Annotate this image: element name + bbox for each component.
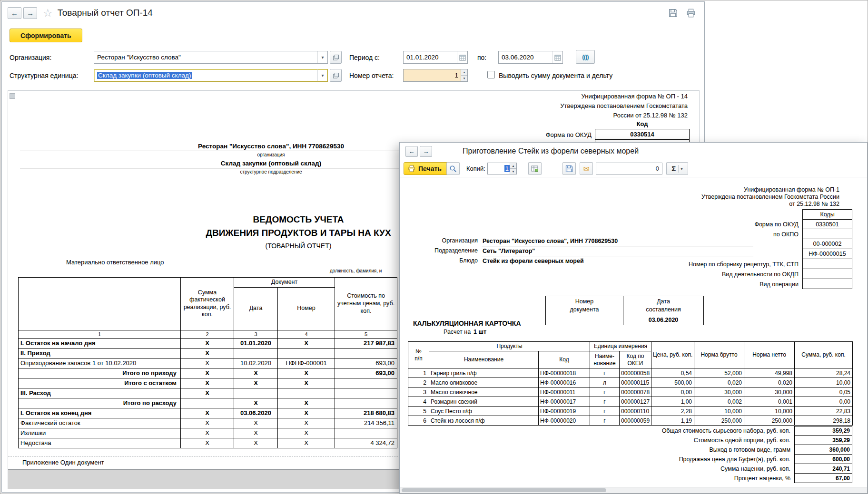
product-code: НФ-00000020: [539, 416, 590, 426]
row-date: 03.06.2020: [234, 408, 278, 418]
product-okei: 000000058: [620, 368, 651, 378]
product-name: Стейк из лосося п/ф: [429, 416, 539, 426]
row-docnumber: [278, 348, 335, 358]
name-column-header: Наименование: [429, 351, 539, 368]
product-unit: г: [590, 387, 620, 397]
spin-up-icon[interactable]: ▲: [461, 69, 467, 76]
calc-table[interactable]: № п/п Продукты Единица измерения Цена, р…: [408, 341, 853, 426]
dish-value: Стейк из форели северных морей: [482, 256, 753, 266]
op14-table-row[interactable]: Оприходование запасов 1 от 10.02.2020 X …: [19, 358, 397, 368]
report-number-field[interactable]: 1 ▲ ▼: [403, 69, 468, 82]
op14-table-row[interactable]: Излишки X X X: [19, 428, 397, 438]
copies-field[interactable]: 1 ▲ ▼: [487, 163, 517, 174]
row-label: Излишки: [19, 428, 181, 438]
product-row[interactable]: 2 Масло оливковое НФ-00000016 л 00000011…: [408, 378, 853, 387]
print-button[interactable]: Печать: [404, 162, 448, 175]
spin-down-icon[interactable]: ▼: [461, 76, 467, 81]
product-name: Розмарин свежий: [429, 397, 539, 407]
product-row[interactable]: 3 Масло сливочное НФ-00000011 г 00000007…: [408, 387, 853, 397]
back-arrow-icon: ←: [409, 148, 415, 155]
product-net: 0,020: [744, 378, 795, 387]
op14-table-row[interactable]: Недостача X X X 4 324,72: [19, 438, 397, 448]
op14-table-row[interactable]: III. Расход X: [19, 388, 397, 398]
product-sum: 0,05: [795, 387, 853, 397]
horizontal-scrollbar[interactable]: [400, 487, 867, 493]
sum-button[interactable]: Σ ▾: [666, 162, 688, 175]
document-band-header: Документ: [234, 278, 335, 288]
save-button[interactable]: [669, 9, 678, 18]
email-button[interactable]: ✉: [580, 162, 593, 175]
row-docnumber: НФНФ-000001: [278, 358, 335, 368]
row-date: X: [234, 378, 278, 388]
calendar-icon[interactable]: [457, 51, 467, 63]
preview-button[interactable]: [446, 162, 460, 175]
op14-table-row[interactable]: Итого по расходу X X: [19, 398, 397, 408]
total-value: 67,00: [794, 474, 852, 483]
save-button[interactable]: [562, 162, 576, 175]
op14-table-row[interactable]: II. Приход X: [19, 348, 397, 358]
op14-table-row[interactable]: Фактический остаток X X X 214 356,11: [19, 418, 397, 428]
product-row[interactable]: 5 Соус Песто п/ф НФ-00000019 г 000000110…: [408, 407, 853, 416]
report-window-titlebar[interactable]: ← → ☆ Товарный отчет ОП-14: [2, 2, 704, 24]
spin-up-icon[interactable]: ▲: [510, 163, 516, 169]
product-row[interactable]: 6 Стейк из лосося п/ф НФ-00000020 г 0000…: [408, 416, 853, 426]
row-docnumber: X: [278, 368, 335, 378]
period-to-label: по:: [477, 54, 486, 61]
row-sum: X: [181, 438, 234, 448]
op14-table-row[interactable]: Итого по приходу X X X 693,00: [19, 368, 397, 378]
spin-down-icon[interactable]: ▼: [510, 169, 516, 174]
grid-settings-button[interactable]: [528, 162, 542, 175]
forward-button[interactable]: →: [420, 146, 432, 157]
chevron-down-icon[interactable]: ▾: [317, 51, 327, 63]
print-button[interactable]: [686, 9, 696, 18]
sigma-icon: Σ: [671, 165, 676, 173]
period-picker-icon: (()): [582, 53, 588, 60]
product-gross: 0,002: [694, 397, 744, 407]
open-icon: [333, 54, 339, 61]
date-to-field[interactable]: 03.06.2020: [498, 51, 563, 64]
row-date: X: [234, 438, 278, 448]
show-sum-checkbox[interactable]: [487, 71, 495, 78]
forward-button[interactable]: →: [23, 7, 37, 19]
page-field[interactable]: 0: [596, 163, 662, 174]
row-label: Итого с остатком: [19, 378, 181, 388]
unit-open-button[interactable]: [330, 69, 342, 82]
print-button-label: Печать: [418, 165, 442, 173]
op14-table-row[interactable]: I. Остаток на начало дня X 01.01.2020 X …: [19, 338, 397, 348]
column-number-row: 12345: [19, 330, 397, 338]
chevron-down-icon[interactable]: ▾: [317, 69, 327, 81]
number-spinner: ▲ ▼: [461, 69, 467, 81]
responsible-caption: должность, фамилия, и: [330, 268, 382, 273]
period-picker-button[interactable]: (()): [576, 50, 595, 64]
back-button[interactable]: ←: [405, 146, 418, 157]
code-row-label: Форма по ОКУД: [557, 219, 802, 229]
copies-spinner: ▲ ▼: [510, 163, 516, 174]
row-cost: 217 987,83: [335, 338, 397, 348]
show-sum-label[interactable]: Выводить сумму документа и дельту: [499, 72, 612, 79]
organization-combo[interactable]: Ресторан "Искусство слова" ▾: [94, 51, 328, 64]
op14-table[interactable]: Сумма фактической реализации, руб. коп. …: [18, 277, 397, 448]
row-sum: X: [181, 348, 234, 358]
product-num: 3: [408, 387, 429, 397]
sum-column-header: Сумма фактической реализации, руб. коп.: [181, 278, 234, 330]
op14-table-row[interactable]: I. Остаток на конец дня X 03.06.2020 X 2…: [19, 408, 397, 418]
product-row[interactable]: 4 Розмарин свежий НФ-00000017 г 00000012…: [408, 397, 853, 407]
product-row[interactable]: 1 Гарнир гриль п/ф НФ-00000018 г 0000000…: [408, 368, 853, 378]
back-button[interactable]: ←: [8, 7, 21, 19]
organization-open-button[interactable]: [330, 51, 342, 64]
calc-card-titlebar[interactable]: ← → Приготовление Стейк из форели северн…: [400, 143, 867, 160]
row-cost: [335, 378, 397, 388]
generate-button[interactable]: Сформировать: [10, 29, 82, 42]
forward-arrow-icon: →: [423, 148, 429, 155]
sheet-corner: [10, 93, 15, 99]
code-row-value: НФ-00000015: [802, 249, 852, 259]
row-docnumber: [278, 388, 335, 398]
net-column-header: Норма нетто: [744, 342, 795, 368]
scrollbar-thumb[interactable]: [402, 488, 606, 492]
unit-combo[interactable]: Склад закупки (оптовый склад) ▾: [94, 69, 328, 82]
calendar-icon[interactable]: [552, 51, 562, 63]
op14-table-row[interactable]: Итого с остатком X X X: [19, 378, 397, 388]
date-from-field[interactable]: 01.01.2020: [403, 51, 468, 64]
copies-value: 1: [504, 165, 510, 172]
favorite-star-icon[interactable]: ☆: [43, 7, 53, 19]
